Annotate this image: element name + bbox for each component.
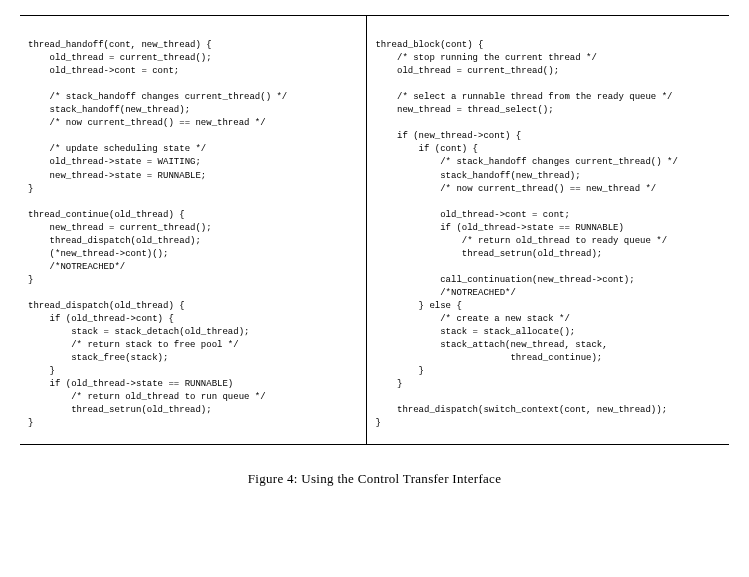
code-right-column: thread_block(cont) { /* stop running the…: [367, 16, 729, 444]
code-figure: thread_handoff(cont, new_thread) { old_t…: [20, 15, 729, 445]
code-left-column: thread_handoff(cont, new_thread) { old_t…: [20, 16, 367, 444]
figure-caption: Figure 4: Using the Control Transfer Int…: [20, 470, 729, 489]
